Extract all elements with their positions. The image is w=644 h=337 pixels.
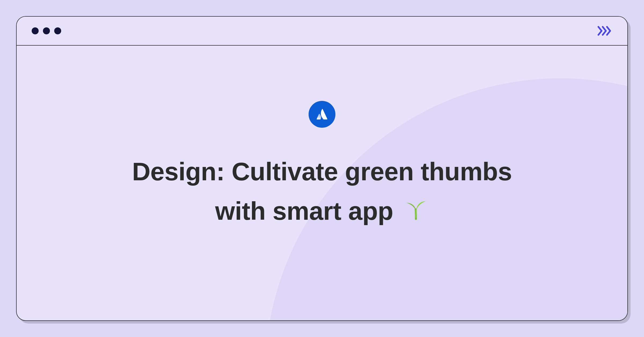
headline: Design: Cultivate green thumbs with smar… — [132, 152, 512, 233]
traffic-lights — [32, 27, 61, 34]
traffic-dot-2[interactable] — [43, 27, 50, 34]
window-titlebar — [17, 17, 627, 46]
headline-line-2: with smart app — [215, 197, 393, 225]
traffic-dot-3[interactable] — [54, 27, 61, 34]
chevrons-right-icon[interactable] — [597, 26, 612, 36]
headline-line-1: Design: Cultivate green thumbs — [132, 157, 512, 186]
atlassian-logo-icon — [309, 101, 335, 128]
seedling-icon — [403, 193, 429, 233]
content-area: Design: Cultivate green thumbs with smar… — [17, 46, 627, 320]
browser-window: Design: Cultivate green thumbs with smar… — [16, 16, 628, 321]
traffic-dot-1[interactable] — [32, 27, 39, 34]
